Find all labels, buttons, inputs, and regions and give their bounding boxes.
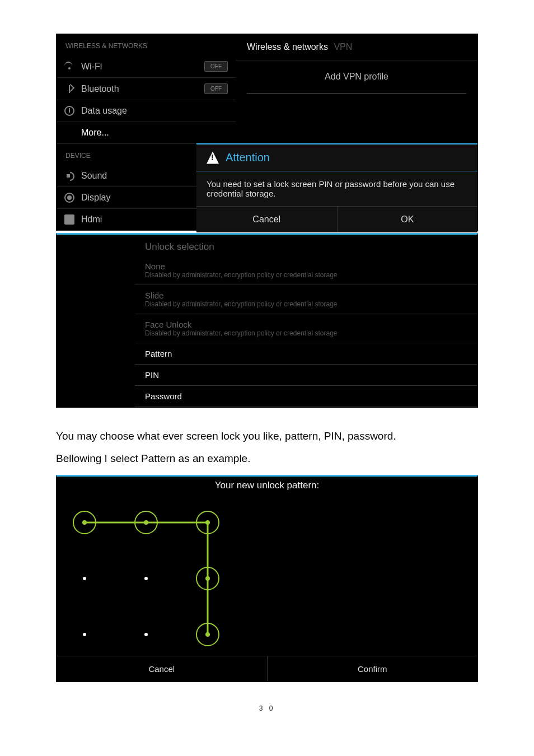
dialog-title: Attention — [226, 151, 270, 164]
section-wireless-header: WIRELESS & NETWORKS — [57, 34, 236, 55]
unlock-selection-screenshot: Unlock selection None Disabled by admini… — [56, 233, 478, 408]
settings-detail-pane: Wireless & networks VPN Add VPN profile — [236, 34, 477, 94]
dialog-message: You need to set a lock screen PIN or pas… — [196, 171, 477, 207]
pattern-node-3[interactable] — [196, 511, 219, 534]
pattern-cancel-button[interactable]: Cancel — [57, 656, 268, 682]
settings-vpn-dialog-screenshot: WIRELESS & NETWORKS Wi-Fi OFF Bluetooth … — [56, 34, 478, 231]
pattern-screenshot: Your new unlock pattern: Cancel Confirm — [56, 475, 478, 682]
pattern-node-4[interactable] — [73, 567, 96, 590]
option-face-title: Face Unlock — [145, 320, 467, 329]
sidebar-item-bluetooth[interactable]: Bluetooth OFF — [57, 78, 236, 100]
more-label: More... — [81, 128, 228, 138]
dialog-title-row: Attention — [196, 144, 477, 171]
warning-icon — [207, 152, 219, 164]
pattern-node-2[interactable] — [134, 511, 158, 534]
unlock-selection-title: Unlock selection — [135, 235, 477, 256]
option-slide-desc: Disabled by administrator, encryption po… — [145, 300, 467, 308]
pattern-confirm-button[interactable]: Confirm — [268, 656, 478, 682]
detail-header: Wireless & networks VPN — [236, 34, 477, 60]
option-face-desc: Disabled by administrator, encryption po… — [145, 329, 467, 337]
option-none: None Disabled by administrator, encrypti… — [135, 256, 477, 285]
bluetooth-icon — [64, 84, 74, 94]
option-slide-title: Slide — [145, 291, 467, 300]
cancel-button[interactable]: Cancel — [196, 207, 338, 232]
sound-icon — [64, 171, 74, 181]
wifi-label: Wi-Fi — [81, 62, 204, 72]
pattern-node-5[interactable] — [134, 567, 158, 590]
option-password-title: Password — [145, 391, 467, 401]
add-vpn-profile[interactable]: Add VPN profile — [247, 60, 466, 94]
pattern-title: Your new unlock pattern: — [57, 477, 477, 494]
option-pattern[interactable]: Pattern — [135, 343, 477, 365]
dialog-buttons: Cancel OK — [196, 207, 477, 232]
sidebar-item-data-usage[interactable]: Data usage — [57, 100, 236, 122]
wifi-icon — [64, 62, 74, 72]
data-usage-label: Data usage — [81, 106, 228, 116]
sidebar-item-wifi[interactable]: Wi-Fi OFF — [57, 55, 236, 78]
ok-button[interactable]: OK — [338, 207, 478, 232]
body-paragraph-2: Bellowing I select Pattern as an example… — [56, 452, 478, 465]
body-paragraph-1: You may choose what ever screen lock you… — [56, 424, 478, 448]
pattern-node-9[interactable] — [196, 623, 219, 646]
pattern-node-6[interactable] — [196, 567, 219, 590]
wifi-toggle[interactable]: OFF — [204, 61, 228, 72]
pattern-button-row: Cancel Confirm — [57, 656, 477, 682]
option-pin-title: PIN — [145, 370, 467, 380]
option-pattern-title: Pattern — [145, 349, 467, 358]
bluetooth-toggle[interactable]: OFF — [204, 83, 228, 94]
option-face-unlock: Face Unlock Disabled by administrator, e… — [135, 314, 477, 343]
data-usage-icon — [64, 106, 74, 116]
bluetooth-label: Bluetooth — [81, 84, 204, 94]
option-password[interactable]: Password — [135, 386, 477, 407]
pattern-node-1[interactable] — [73, 511, 96, 534]
pattern-node-7[interactable] — [73, 623, 96, 646]
display-icon — [64, 193, 74, 203]
hdmi-icon — [64, 214, 74, 225]
option-none-title: None — [145, 262, 467, 271]
sidebar-item-more[interactable]: More... — [57, 122, 236, 144]
attention-dialog: Attention You need to set a lock screen … — [196, 143, 477, 232]
pattern-node-8[interactable] — [134, 623, 158, 646]
pattern-grid[interactable] — [62, 500, 241, 646]
blank-icon — [64, 128, 74, 138]
detail-title: Wireless & networks — [247, 42, 328, 52]
option-pin[interactable]: PIN — [135, 365, 477, 386]
option-slide: Slide Disabled by administrator, encrypt… — [135, 285, 477, 314]
option-none-desc: Disabled by administrator, encryption po… — [145, 271, 467, 279]
page-number: 3 0 — [56, 704, 478, 712]
detail-subtitle: VPN — [334, 42, 352, 52]
